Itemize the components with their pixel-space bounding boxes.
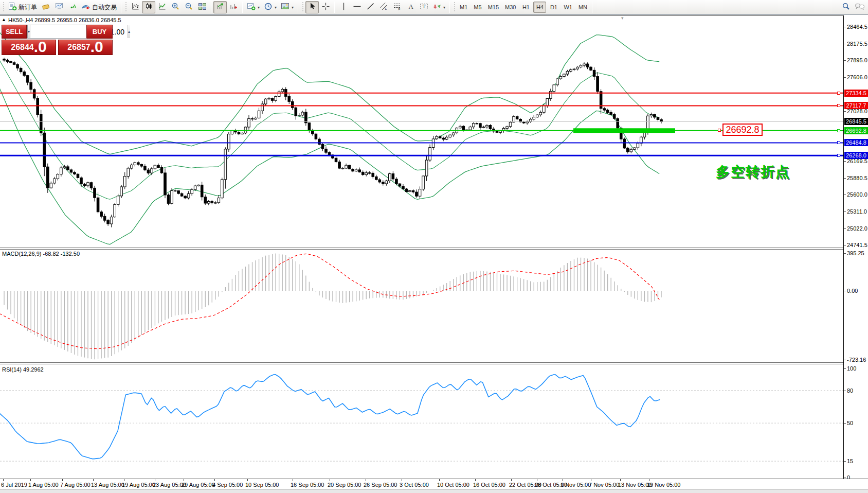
vertical-line-tool-button[interactable] <box>337 1 350 13</box>
publish-button[interactable] <box>52 1 66 13</box>
axis-tick <box>844 195 846 195</box>
time-tick-label: 6 Jul 2019 <box>1 482 27 488</box>
arrow-shapes-icon <box>432 2 441 12</box>
tile-windows-button[interactable] <box>195 1 209 13</box>
turning-point-note[interactable]: 多空转折点 <box>716 163 790 181</box>
horizontal-line-tool-button[interactable] <box>350 1 364 13</box>
time-tick <box>214 479 215 481</box>
bar-chart-mode-button[interactable] <box>129 1 142 13</box>
price-line-label: 27334.5 <box>844 90 868 97</box>
candlestick-mode-button[interactable] <box>142 1 155 13</box>
autotrading-label: 自动交易 <box>92 3 117 12</box>
channel-tool-button[interactable]: E <box>377 1 390 13</box>
autotrading-button[interactable]: 自动交易 <box>79 1 119 13</box>
time-tick-label: 1 Aug 05:00 <box>28 482 59 488</box>
signal-icon <box>68 2 77 12</box>
time-tick-label: 10 Sep 05:00 <box>245 482 279 488</box>
tf-h1-button[interactable]: H1 <box>519 2 532 13</box>
axis-tick <box>844 77 846 78</box>
template-button[interactable]: ▾ <box>279 1 296 13</box>
line-drag-handle[interactable] <box>837 129 840 132</box>
text-tool-button[interactable]: A <box>404 1 417 13</box>
price-tick-label: 28464.5 <box>847 24 867 30</box>
crosshair-icon <box>321 2 330 12</box>
eraser-button[interactable] <box>39 1 52 13</box>
pane-divider-macd[interactable] <box>0 248 868 250</box>
axis-tick <box>844 461 846 462</box>
tf-mn-button[interactable]: MN <box>576 2 590 13</box>
price-line-label: 26692.8 <box>844 127 868 134</box>
buy-price-fraction: .0 <box>91 40 103 54</box>
tf-h4-button[interactable]: H4 <box>533 2 546 13</box>
pane-divider-rsi[interactable] <box>0 362 868 364</box>
toolbar-grip[interactable] <box>453 2 456 12</box>
volume-input[interactable] <box>30 25 128 38</box>
buy-price-panel[interactable]: 26857.0 <box>58 40 113 55</box>
fibonacci-icon: F <box>393 2 402 12</box>
macd-tick-label: 0.00 <box>847 288 858 294</box>
crosshair-tool-button[interactable] <box>319 1 332 13</box>
tf-m1-button[interactable]: M1 <box>457 2 470 13</box>
sell-price-panel[interactable]: 26844.0 <box>2 40 56 55</box>
community-chat-button[interactable] <box>853 1 867 13</box>
axis-tick <box>844 245 846 245</box>
trendline-tool-button[interactable] <box>364 1 377 13</box>
tf-m15-button[interactable]: M15 <box>485 2 501 13</box>
volume-increase-button[interactable]: ▴ <box>128 25 130 38</box>
time-axis[interactable]: 6 Jul 20191 Aug 05:007 Aug 05:0013 Aug 0… <box>0 479 868 489</box>
line-drag-handle[interactable] <box>837 141 840 144</box>
cursor-icon <box>308 2 317 12</box>
line-drag-handle[interactable] <box>837 154 840 157</box>
tf-m5-button[interactable]: M5 <box>471 2 484 13</box>
macd-label: MACD(12,26,9) -68.82 -132.50 <box>2 251 80 257</box>
vertical-line-icon <box>339 2 348 12</box>
toolbar-separator <box>592 2 592 13</box>
line-drag-handle[interactable] <box>837 92 840 95</box>
price-axis[interactable]: 28464.528175.527895.027606.027028.026169… <box>843 15 868 489</box>
indicator-arrow-icon <box>216 2 225 12</box>
price-callout-box[interactable]: 26692.8 <box>722 124 763 136</box>
rsi-tick-label: 50 <box>847 420 853 426</box>
text-label-tool-button[interactable]: T <box>417 1 430 13</box>
price-tick-label: 28175.5 <box>847 41 867 47</box>
tf-w1-button[interactable]: W1 <box>561 2 575 13</box>
new-chart-button[interactable]: ▾ <box>245 1 262 13</box>
price-line-label: 26845.5 <box>844 118 868 125</box>
symbol-ohlc-header: HK50-,H4 26899.5 26955.0 26836.0 26845.5 <box>8 17 121 23</box>
time-tick-label: 19 Aug 05:00 <box>122 482 155 488</box>
rsi-label: RSI(14) 49.2962 <box>2 366 44 373</box>
fibonacci-tool-button[interactable]: F <box>390 1 404 13</box>
time-tick <box>124 479 124 481</box>
axis-tick <box>844 291 846 291</box>
time-tick <box>93 479 94 481</box>
arrows-tool-button[interactable]: ▾ <box>430 1 447 13</box>
search-button[interactable] <box>839 1 853 13</box>
tf-d1-button[interactable]: D1 <box>547 2 560 13</box>
tf-m30-button[interactable]: M30 <box>502 2 518 13</box>
rsi-tick-label: 15 <box>847 458 853 464</box>
line-chart-mode-button[interactable] <box>155 1 169 13</box>
sell-button[interactable]: SELL <box>2 25 27 39</box>
buy-button[interactable]: BUY <box>86 25 113 39</box>
time-tick <box>591 479 591 481</box>
green-line-handle[interactable] <box>718 129 721 132</box>
one-click-collapse-arrow[interactable]: ▲ <box>2 17 6 22</box>
toolbar-grip[interactable] <box>2 2 5 12</box>
cursor-tool-button[interactable] <box>305 1 319 13</box>
toolbar-grip[interactable] <box>301 2 304 12</box>
svg-text:T: T <box>422 4 425 9</box>
zoom-in-button[interactable] <box>169 1 182 13</box>
toolbar-grip[interactable] <box>124 2 128 12</box>
new-order-button[interactable]: 新订单 <box>6 1 39 13</box>
period-button[interactable]: ▾ <box>262 1 279 13</box>
price-tick-label: 25880.5 <box>847 175 867 181</box>
line-drag-handle[interactable] <box>837 104 840 107</box>
zoom-out-button[interactable] <box>182 1 195 13</box>
indicators-cursor-button[interactable] <box>227 1 240 13</box>
price-tick-label: 25311.0 <box>847 208 867 215</box>
timeframe-bar: M1M5M15M30H1H4D1W1MN <box>457 2 590 13</box>
signal-button[interactable] <box>66 1 79 13</box>
price-line-label: 27117.7 <box>844 102 868 109</box>
chart-shift-marker[interactable]: ▾ <box>621 15 624 21</box>
indicators-window-button[interactable] <box>213 1 227 13</box>
